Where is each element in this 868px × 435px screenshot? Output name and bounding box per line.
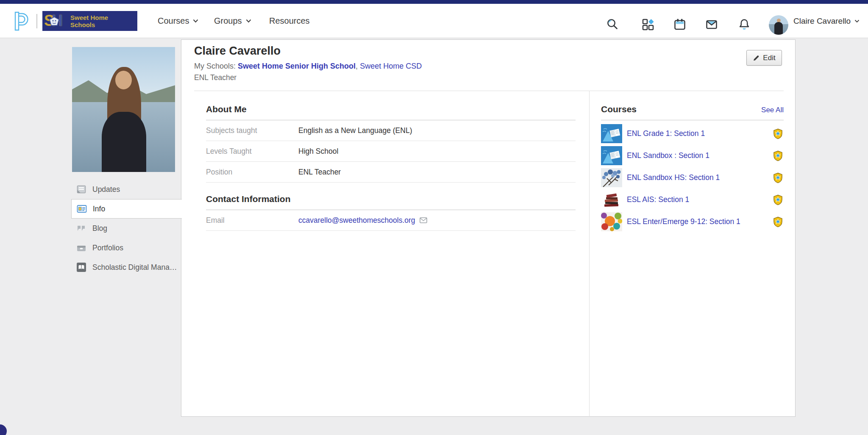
- sidebar-item-scholastic-digital-manager[interactable]: Scholastic Digital Mana…: [71, 258, 182, 277]
- profile-role: ENL Teacher: [194, 73, 236, 82]
- section-title-about: About Me: [206, 104, 576, 120]
- user-menu[interactable]: Claire Cavarello: [793, 4, 860, 38]
- sidebar-item-blog[interactable]: Blog: [71, 219, 182, 238]
- course-link[interactable]: ENL Sandbox : Section 1: [627, 151, 773, 160]
- mail-icon[interactable]: [705, 18, 718, 31]
- search-icon[interactable]: [606, 18, 619, 31]
- contact-section: Contact Information Email ccavarello@swe…: [206, 194, 576, 231]
- school-crest-icon: S H: [42, 11, 67, 31]
- blog-quotes-icon: [76, 223, 87, 234]
- courses-panel-title: Courses: [601, 104, 637, 114]
- course-link[interactable]: ENL Sandbox HS: Section 1: [627, 173, 773, 182]
- sidebar-item-updates[interactable]: Updates: [71, 180, 182, 199]
- nav-resources[interactable]: Resources: [269, 4, 310, 38]
- pencil-icon: [753, 55, 760, 61]
- shield-star-badge-icon: [773, 194, 783, 205]
- course-list: ENL Grade 1: Section 1: [601, 124, 784, 231]
- courses-panel: Courses See All: [601, 104, 784, 234]
- about-me-section: About Me Subjects taught English as a Ne…: [206, 104, 576, 183]
- course-thumb-blue-book[interactable]: [601, 124, 622, 143]
- envelope-icon: [420, 217, 427, 223]
- top-accent-strip: [0, 0, 868, 4]
- course-link[interactable]: ESL Enter/Emerge 9-12: Section 1: [627, 217, 773, 226]
- sidebar-item-portfolios[interactable]: Portfolios: [71, 238, 182, 258]
- course-link[interactable]: ENL Grade 1: Section 1: [627, 129, 773, 138]
- school-logo[interactable]: S H Sweet Home Schools: [42, 11, 137, 31]
- notifications-icon[interactable]: [737, 18, 751, 31]
- email-link[interactable]: ccavarello@sweethomeschools.org: [298, 216, 415, 225]
- chevron-down-icon: [246, 19, 251, 23]
- lion-emblem-icon: [48, 16, 60, 28]
- course-thumb-blue-book[interactable]: [601, 146, 622, 165]
- nav-groups[interactable]: Groups: [214, 4, 251, 38]
- school-link-csd[interactable]: Sweet Home CSD: [360, 62, 422, 70]
- profile-card: Claire Cavarello My Schools: Sweet Home …: [181, 39, 796, 417]
- updates-icon: [76, 184, 87, 195]
- page-title: Claire Cavarello: [194, 44, 281, 58]
- user-name-label: Claire Cavarello: [793, 17, 851, 26]
- about-row-position: Position ENL Teacher: [206, 162, 576, 183]
- course-item[interactable]: ESL Enter/Emerge 9-12: Section 1: [601, 212, 784, 231]
- app-header: S H Sweet Home Schools Courses Groups Re…: [0, 4, 868, 38]
- header-divider: [194, 91, 784, 91]
- powerschool-logo-icon[interactable]: [10, 11, 29, 33]
- profile-side-menu: Updates Info Blog Portfolios: [71, 180, 182, 277]
- chevron-down-icon: [193, 19, 198, 23]
- portfolios-icon: [76, 242, 87, 253]
- corner-widget[interactable]: [0, 424, 7, 435]
- school-link-high-school[interactable]: Sweet Home Senior High School: [238, 62, 356, 70]
- course-item[interactable]: ENL Grade 1: Section 1: [601, 124, 784, 143]
- shield-star-badge-icon: [773, 216, 783, 227]
- sidebar-item-info[interactable]: Info: [71, 199, 182, 219]
- brand-divider: [36, 14, 37, 28]
- my-schools-line: My Schools: Sweet Home Senior High Schoo…: [194, 62, 422, 71]
- shield-star-badge-icon: [773, 172, 783, 183]
- course-thumb-tree[interactable]: [601, 168, 622, 187]
- school-name: Sweet Home Schools: [67, 14, 108, 28]
- about-row-levels: Levels Taught High School: [206, 141, 576, 162]
- shield-star-badge-icon: [773, 150, 783, 161]
- profile-photo[interactable]: [72, 47, 175, 172]
- see-all-link[interactable]: See All: [761, 106, 784, 114]
- column-divider: [589, 91, 590, 417]
- calendar-icon[interactable]: [673, 18, 687, 31]
- edit-button[interactable]: Edit: [746, 50, 782, 66]
- book-app-icon: [76, 262, 87, 273]
- nav-courses[interactable]: Courses: [158, 4, 198, 38]
- course-link[interactable]: ESL AIS: Section 1: [627, 195, 773, 204]
- course-thumb-book-stack[interactable]: [601, 190, 622, 209]
- about-row-subjects: Subjects taught English as a New Languag…: [206, 120, 576, 141]
- apps-icon[interactable]: [641, 18, 655, 31]
- info-card-icon: [76, 203, 87, 214]
- user-avatar[interactable]: [769, 15, 788, 35]
- section-title-contact: Contact Information: [206, 194, 576, 210]
- shield-star-badge-icon: [773, 128, 783, 139]
- contact-row-email: Email ccavarello@sweethomeschools.org: [206, 210, 576, 231]
- course-thumb-speech-bubbles[interactable]: [601, 212, 622, 231]
- chevron-down-icon: [854, 19, 860, 23]
- course-item[interactable]: ENL Sandbox HS: Section 1: [601, 168, 784, 187]
- course-item[interactable]: ENL Sandbox : Section 1: [601, 146, 784, 165]
- course-item[interactable]: ESL AIS: Section 1: [601, 190, 784, 209]
